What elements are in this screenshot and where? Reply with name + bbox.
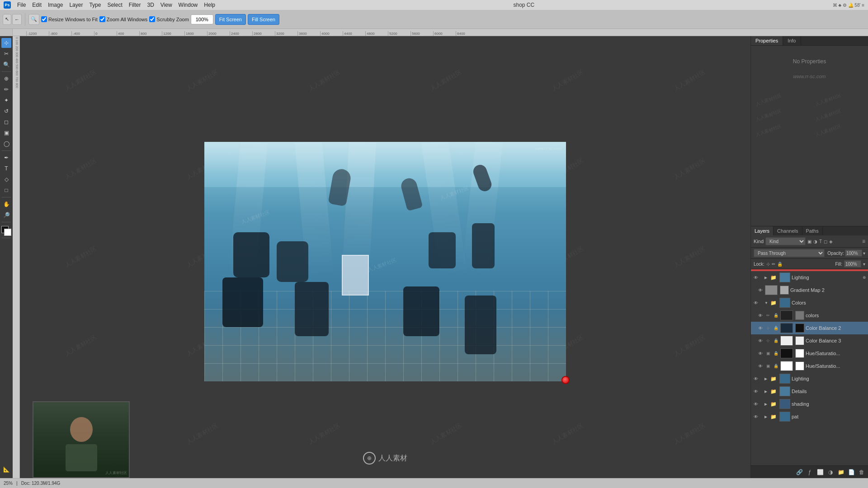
vis-eye-gradient-map[interactable]: 👁 [757,288,764,293]
menu-filter[interactable]: Filter [129,2,141,8]
eraser-tool[interactable]: ◻ [1,117,11,127]
paths-tab[interactable]: Paths [802,226,823,235]
new-layer-btn[interactable]: 📄 [847,468,856,477]
kind-select[interactable]: Kind Name Effect Mode Attribute Color Sm… [765,237,806,245]
layer-shading-group[interactable]: 👁 ▶ 📁 shading [751,398,868,410]
vis-eye-details[interactable]: 👁 [753,389,759,394]
menu-image[interactable]: Image [48,2,63,8]
brush-tool[interactable]: ✏ [1,84,11,94]
new-adjustment-btn[interactable]: ◑ [826,468,835,477]
lock-position-icon[interactable]: ⊹ [766,262,770,267]
filter-pixel-icon[interactable]: ▣ [807,239,811,244]
vis-eye-colors-group[interactable]: 👁 [753,300,759,305]
ruler-icon[interactable]: 📐 [1,465,11,476]
layer-label-cb2[interactable]: Color Balance 2 [806,325,866,331]
vis-eye-lighting-bottom[interactable]: 👁 [753,376,759,381]
move-tool[interactable]: ↖ [3,14,11,25]
properties-tab[interactable]: Properties [751,36,783,45]
layers-tab[interactable]: Layers [751,226,774,235]
back-tool[interactable]: ← [12,14,22,25]
menu-edit[interactable]: Edit [32,2,42,8]
new-group-btn[interactable]: 📁 [836,468,845,477]
fill-arrow[interactable]: ▾ [863,262,865,267]
menu-help[interactable]: Help [204,2,215,8]
layer-lighting-group-top[interactable]: 👁 ▶ 📁 Lighting ⊕ [751,271,868,284]
opacity-arrow[interactable]: ▾ [863,251,865,256]
vis-eye-cb2[interactable]: 👁 [757,326,764,331]
layer-label-colors-group[interactable]: Colors [792,300,866,305]
layer-label-shading[interactable]: shading [792,401,866,407]
menu-layer[interactable]: Layer [69,2,83,8]
opacity-input[interactable] [845,249,862,257]
clone-tool[interactable]: ✦ [1,95,11,105]
search-tool[interactable]: 🔍 [28,14,39,25]
healing-tool[interactable]: ⊕ [1,74,11,84]
shape-tool[interactable]: □ [1,185,11,195]
menu-file[interactable]: File [17,2,26,8]
history-tool[interactable]: ↺ [1,106,11,116]
gradient-tool[interactable]: ▣ [1,128,11,138]
group-arrow-lighting-bottom[interactable]: ▶ [764,377,769,381]
layer-colors[interactable]: 👁 ✏ 🔒 colors [751,309,868,322]
group-arrow-lighting-top[interactable]: ▶ [764,276,769,280]
filter-shape-icon[interactable]: ◻ [824,239,827,244]
canvas-area[interactable]: 人人素材社区 人人素材社区 人人素材社区 人人素材社区 人人素材社区 人人素材社… [20,36,750,478]
canvas-image-container[interactable]: www.rr-sc.com 人人素材社区 人人素材社区 人人素材社区 [204,142,566,381]
fill-input[interactable] [844,260,861,267]
menu-view[interactable]: View [160,2,172,8]
eyedropper-tool[interactable]: 🔍 [1,60,11,70]
lock-all-icon[interactable]: 🔒 [777,262,783,267]
fill-screen-btn[interactable]: Fill Screen [248,14,279,25]
delete-layer-btn[interactable]: 🗑 [857,468,866,477]
blur-tool[interactable]: ◯ [1,139,11,149]
blend-mode-select[interactable]: Pass Through Normal Dissolve Multiply Sc… [754,249,825,257]
vis-eye-shading[interactable]: 👁 [753,402,759,407]
layer-color-balance-2[interactable]: 👁 ⊹ 🔒 Color Balance 2 [751,322,868,334]
crop-tool[interactable]: ✂ [1,49,11,59]
layers-list[interactable]: 👁 ▶ 📁 Lighting ⊕ 👁 Gradient Map 2 [751,271,868,465]
filter-type-icon[interactable]: T [819,239,822,244]
layer-label-details[interactable]: Details [792,389,866,394]
layer-details-group[interactable]: 👁 ▶ 📁 Details [751,385,868,398]
layer-label-colors[interactable]: colors [806,313,866,318]
group-arrow-colors[interactable]: ▼ [764,301,769,305]
menu-type[interactable]: Type [89,2,101,8]
vis-eye-colors[interactable]: 👁 [757,313,764,318]
link-layers-btn[interactable]: 🔗 [795,468,804,477]
layer-hue-sat-2[interactable]: 👁 ▣ 🔒 Hue/Saturatio... [751,360,868,372]
filter-toggle[interactable]: ≡ [862,238,865,244]
add-style-btn[interactable]: ƒ [805,468,814,477]
layer-label-gradient-map[interactable]: Gradient Map 2 [790,287,866,293]
layer-lighting-group-bottom[interactable]: 👁 ▶ 📁 Lighting [751,372,868,385]
lock-pixels-icon[interactable]: ✏ [772,262,775,267]
layer-pat-group[interactable]: 👁 ▶ 📁 pat [751,410,868,423]
vis-eye-lighting-top[interactable]: 👁 [753,275,759,280]
layer-label-pat[interactable]: pat [792,414,866,419]
vis-eye-cb3[interactable]: 👁 [757,338,764,343]
zoom-all-checkbox[interactable]: Zoom All Windows [99,16,147,22]
pen-tool[interactable]: ✒ [1,153,11,163]
fit-screen-btn[interactable]: Fit Screen [215,14,246,25]
layer-color-balance-3[interactable]: 👁 ⊹ 🔒 Color Balance 3 [751,334,868,347]
menu-window[interactable]: Window [179,2,198,8]
text-tool[interactable]: T [1,164,11,174]
layer-colors-group[interactable]: 👁 ▼ 📁 Colors [751,296,868,309]
hand-tool[interactable]: ✋ [1,199,11,209]
scrubby-zoom-checkbox[interactable]: Scrubby Zoom [149,16,189,22]
vis-eye-pat[interactable]: 👁 [753,414,759,419]
resize-windows-checkbox[interactable]: Resize Windows to Fit [41,16,98,22]
path-tool[interactable]: ◇ [1,174,11,184]
filter-adj-icon[interactable]: ◑ [813,239,817,244]
red-dot-indicator[interactable] [561,376,570,384]
selection-tool[interactable]: ⊹ [1,38,11,48]
layer-label-cb3[interactable]: Color Balance 3 [806,338,866,343]
layer-label-lighting-top[interactable]: Lighting [792,275,860,280]
fg-color[interactable] [1,226,11,236]
vis-eye-hs2[interactable]: 👁 [757,364,764,369]
filter-smart-icon[interactable]: ◈ [829,239,833,244]
layer-label-hs2[interactable]: Hue/Saturatio... [806,363,866,369]
layer-hue-sat-1[interactable]: 👁 ▣ 🔒 Hue/Saturatio... [751,347,868,360]
zoom-input[interactable] [191,14,213,24]
canvas-image[interactable]: www.rr-sc.com 人人素材社区 人人素材社区 人人素材社区 [204,142,566,381]
layer-label-lighting-bottom[interactable]: Lighting [792,376,866,381]
